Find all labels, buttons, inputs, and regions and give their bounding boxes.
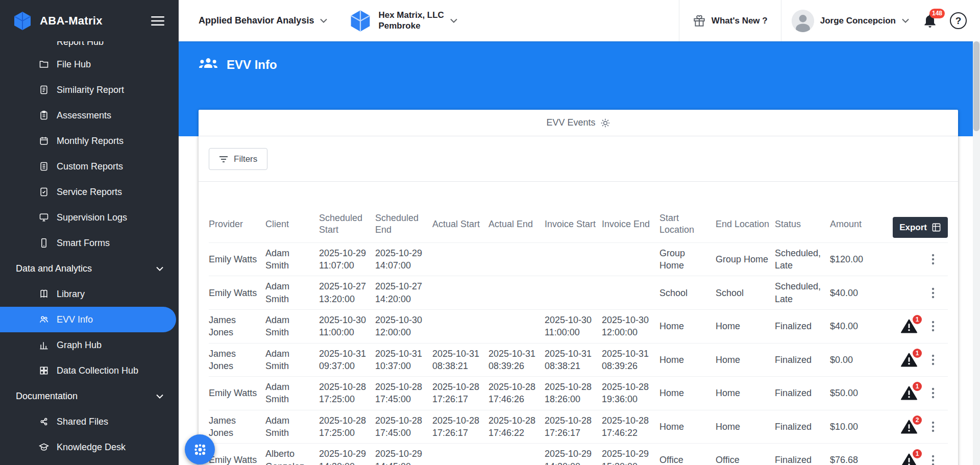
sidebar-item-file-hub[interactable]: File Hub: [0, 52, 179, 77]
panel-title: EVV Events: [546, 117, 595, 128]
sidebar-item-label: EVV Info: [57, 314, 93, 325]
sidebar-item-evv-info[interactable]: EVV Info: [0, 307, 176, 332]
table-row[interactable]: James Jones Adam Smith 2025-10-30 11:00:…: [209, 309, 948, 343]
sidebar-item-assessments[interactable]: Assessments: [0, 103, 179, 128]
cell-actual-end: 2025-10-31 08:39:26: [488, 343, 545, 377]
cell-actual-end: 2025-10-28 17:46:26: [488, 377, 545, 410]
sidebar-item-supervision-logs[interactable]: Supervision Logs: [0, 205, 179, 230]
notifications-button[interactable]: 148: [922, 13, 938, 29]
whats-new-button[interactable]: What's New ?: [679, 0, 781, 41]
export-button-label: Export: [899, 223, 927, 233]
company-name: Hex Matrix, LLC: [378, 10, 444, 20]
kebab-menu-icon[interactable]: [927, 320, 939, 333]
col-header-amount: Amount: [830, 210, 901, 242]
custom-reports-icon: [39, 161, 49, 172]
table-row[interactable]: James Jones Adam Smith 2025-10-31 09:37:…: [209, 343, 948, 377]
brand-name: ABA-Matrix: [40, 14, 103, 28]
alert-warning-icon[interactable]: 1: [901, 386, 917, 400]
sidebar-item-knowledge-desk[interactable]: Knowledge Desk: [0, 434, 179, 460]
sidebar-section-data-and-analytics[interactable]: Data and Analytics: [0, 256, 179, 281]
cell-start-location: Office: [659, 444, 716, 465]
cell-scheduled-end: 2025-10-28 17:45:00: [375, 410, 432, 444]
program-selector[interactable]: Applied Behavior Analysis: [199, 15, 327, 26]
cell-provider: Emily Watts: [209, 276, 265, 310]
settings-gear-icon: [600, 118, 610, 128]
company-selector[interactable]: Hex Matrix, LLC Pembroke: [349, 9, 457, 33]
chat-widget-button[interactable]: [185, 434, 215, 464]
cell-client: Adam Smith: [265, 343, 319, 377]
cell-invoice-start: 2025-10-31 08:38:21: [545, 343, 602, 377]
kebab-menu-icon[interactable]: [927, 386, 939, 400]
col-header-scheduled-end: Scheduled End: [375, 210, 432, 242]
sidebar-item-report-hub-clipped[interactable]: Report Hub: [0, 41, 179, 52]
evv-info-icon: [39, 314, 49, 325]
sidebar-item-smart-forms[interactable]: Smart Forms: [0, 230, 179, 256]
cell-end-location: Home: [716, 343, 775, 377]
kebab-menu-icon[interactable]: [927, 286, 939, 300]
col-header-status: Status: [775, 210, 830, 242]
sidebar-item-data-collection-hub[interactable]: Data Collection Hub: [0, 358, 179, 383]
table-row[interactable]: James Jones Adam Smith 2025-10-28 17:25:…: [209, 410, 948, 444]
help-button[interactable]: ?: [950, 12, 967, 29]
kebab-menu-icon[interactable]: [927, 454, 939, 465]
table-area: Export Provider Cl: [199, 210, 958, 465]
export-csv-button[interactable]: Export: [893, 217, 948, 238]
table-row[interactable]: Emily Watts Adam Smith 2025-10-29 11:07:…: [209, 242, 948, 276]
table-row[interactable]: Emily Watts Alberto Gonzalez 2025-10-29 …: [209, 444, 948, 465]
alert-count-badge: 2: [913, 415, 922, 425]
cell-invoice-end: 2025-10-29 15:30:00: [602, 444, 659, 465]
table-row[interactable]: Emily Watts Adam Smith 2025-10-28 17:25:…: [209, 377, 948, 410]
alert-warning-icon[interactable]: 1: [901, 319, 917, 333]
cell-status: Finalized: [775, 309, 830, 343]
cell-start-location: Home: [659, 343, 716, 377]
brand-hexagon-logo-icon: [12, 11, 33, 31]
alert-warning-icon[interactable]: 1: [901, 353, 917, 367]
kebab-menu-icon[interactable]: [927, 353, 939, 366]
sidebar-nav: Report Hub File Hub Similarity Report As…: [0, 41, 179, 465]
sidebar-item-similarity-report[interactable]: Similarity Report: [0, 77, 179, 103]
col-header-end-location: End Location: [716, 210, 775, 242]
sidebar-item-shared-files[interactable]: Shared Files: [0, 409, 179, 434]
table-row[interactable]: Emily Watts Adam Smith 2025-10-27 13:20:…: [209, 276, 948, 310]
hamburger-menu-icon[interactable]: [151, 16, 164, 26]
user-menu[interactable]: Jorge Concepcion: [781, 0, 917, 41]
cell-invoice-start: 2025-10-28 18:26:00: [545, 377, 602, 410]
cell-invoice-end: 2025-10-30 12:00:00: [602, 309, 659, 343]
kebab-menu-icon[interactable]: [927, 420, 939, 433]
cell-actual-start: 2025-10-31 08:38:21: [432, 343, 488, 377]
kebab-menu-icon[interactable]: [927, 253, 939, 266]
cell-invoice-end: [602, 276, 659, 310]
cell-actual-start: [432, 276, 488, 310]
col-header-actual-start: Actual Start: [432, 210, 488, 242]
sidebar-item-service-reports[interactable]: Service Reports: [0, 179, 179, 205]
col-header-invoice-start: Invoice Start: [545, 210, 602, 242]
sidebar-item-library[interactable]: Library: [0, 281, 179, 307]
sidebar-item-graph-hub[interactable]: Graph Hub: [0, 332, 179, 358]
sidebar-section-documentation[interactable]: Documentation: [0, 383, 179, 409]
filters-button[interactable]: Filters: [209, 148, 267, 170]
card-tab-bar[interactable]: EVV Events: [199, 110, 958, 136]
notification-count-badge: 148: [929, 9, 945, 18]
data-collection-hub-icon: [39, 365, 49, 376]
alert-warning-icon[interactable]: 1: [901, 453, 917, 465]
alert-warning-icon[interactable]: 2: [901, 420, 917, 434]
cell-scheduled-start: 2025-10-31 09:37:00: [319, 343, 375, 377]
cell-actual-end: [488, 242, 545, 276]
chevron-down-icon: [450, 18, 457, 23]
chevron-down-icon: [902, 18, 909, 23]
sidebar-item-label: Shared Files: [57, 417, 108, 427]
chevron-down-icon: [156, 266, 163, 271]
cell-provider: James Jones: [209, 309, 265, 343]
scrollbar-thumb[interactable]: [973, 41, 979, 131]
sidebar-item-custom-reports[interactable]: Custom Reports: [0, 154, 179, 179]
cell-provider: James Jones: [209, 343, 265, 377]
sidebar-item-monthly-reports[interactable]: Monthly Reports: [0, 128, 179, 154]
cell-amount: $0.00: [830, 343, 901, 377]
cell-status: Finalized: [775, 377, 830, 410]
cell-end-location: School: [716, 276, 775, 310]
cell-scheduled-end: 2025-10-30 12:00:00: [375, 309, 432, 343]
sidebar-item-label: Monthly Reports: [57, 136, 124, 146]
cell-actual-start: 2025-10-28 17:26:17: [432, 377, 488, 410]
service-reports-icon: [39, 187, 49, 197]
content-area: EVV Info EVV Events Filters Export: [179, 41, 980, 465]
